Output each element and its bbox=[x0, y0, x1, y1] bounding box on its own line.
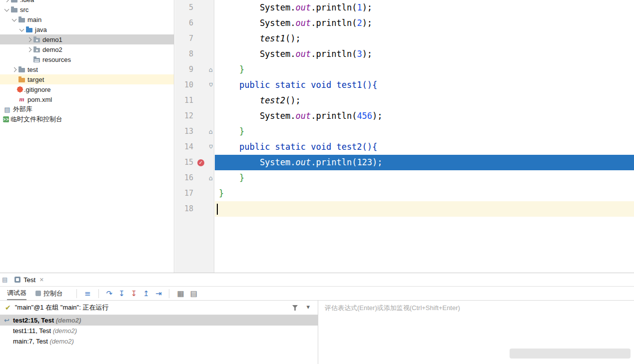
line-number[interactable]: 5 bbox=[175, 0, 195, 15]
line-number[interactable]: 12 bbox=[175, 108, 195, 124]
line-number[interactable]: 18 bbox=[175, 201, 195, 217]
frame-row-0[interactable]: ↩test2:15, Test (demo2) bbox=[0, 315, 318, 326]
tree-item-gitignore[interactable]: .gitignore bbox=[0, 84, 174, 94]
fold-marker-slot[interactable] bbox=[207, 108, 215, 124]
breakpoint-slot[interactable] bbox=[195, 77, 207, 93]
line-number[interactable]: 17 bbox=[175, 186, 195, 201]
chevron-down-icon[interactable] bbox=[18, 28, 25, 31]
line-number[interactable]: 15 bbox=[175, 155, 195, 170]
code-text[interactable]: } bbox=[215, 170, 634, 186]
fold-marker-slot[interactable] bbox=[207, 15, 215, 31]
tree-item-target[interactable]: target bbox=[0, 74, 174, 84]
tree-item-src[interactable]: src bbox=[0, 4, 174, 14]
run-to-cursor-icon[interactable]: ⇥ bbox=[155, 289, 162, 298]
breakpoint-slot[interactable] bbox=[195, 108, 207, 124]
fold-marker-icon[interactable]: ⌂ bbox=[209, 77, 213, 93]
fold-marker-icon[interactable]: ⌂ bbox=[209, 174, 213, 182]
line-number[interactable]: 8 bbox=[175, 46, 195, 62]
code-text[interactable]: } bbox=[215, 62, 634, 77]
breakpoint-slot[interactable] bbox=[195, 124, 207, 139]
fold-marker-slot[interactable] bbox=[207, 46, 215, 62]
tree-item-demo2[interactable]: demo2 bbox=[0, 44, 174, 54]
chevron-right-icon[interactable] bbox=[10, 68, 17, 71]
breakpoint-icon[interactable]: ✓ bbox=[197, 159, 204, 166]
code-text[interactable]: test2(); bbox=[215, 93, 634, 108]
step-out-icon[interactable]: ↥ bbox=[143, 289, 149, 298]
tree-item-pom-xml[interactable]: pom.xml bbox=[0, 94, 174, 104]
line-number[interactable]: 10 bbox=[175, 77, 195, 93]
breakpoint-slot[interactable] bbox=[195, 46, 207, 62]
line-number[interactable]: 16 bbox=[175, 170, 195, 186]
mute-breakpoints-icon[interactable]: ▤ bbox=[190, 289, 197, 298]
view-breakpoints-icon[interactable]: ▦ bbox=[177, 289, 184, 298]
breakpoint-slot[interactable] bbox=[195, 170, 207, 186]
frame-row-1[interactable]: test1:11, Test (demo2) bbox=[0, 326, 318, 336]
breakpoint-slot[interactable] bbox=[195, 62, 207, 77]
breakpoint-slot[interactable]: ✓ bbox=[195, 155, 207, 170]
code-editor[interactable]: 5 System.out.println(1);6 System.out.pri… bbox=[175, 0, 634, 273]
line-number[interactable]: 11 bbox=[175, 93, 195, 108]
fold-marker-slot[interactable] bbox=[207, 0, 215, 15]
chevron-down-icon[interactable] bbox=[10, 18, 17, 21]
breakpoint-slot[interactable] bbox=[195, 186, 207, 201]
tree-item-java[interactable]: java bbox=[0, 24, 174, 34]
code-text[interactable]: test1(); bbox=[215, 31, 634, 46]
breakpoint-slot[interactable] bbox=[195, 15, 207, 31]
code-text[interactable]: System.out.println(3); bbox=[215, 46, 634, 62]
line-number[interactable]: 9 bbox=[175, 62, 195, 77]
code-text[interactable]: public static void test1(){ bbox=[215, 77, 634, 93]
code-text[interactable]: public static void test2(){ bbox=[215, 139, 634, 155]
fold-marker-slot[interactable] bbox=[207, 31, 215, 46]
step-over-icon[interactable]: ↷ bbox=[106, 289, 113, 298]
breakpoint-slot[interactable] bbox=[195, 139, 207, 155]
code-text[interactable]: System.out.println(2); bbox=[215, 15, 634, 31]
tree-item-resources[interactable]: resources bbox=[0, 54, 174, 64]
breakpoint-slot[interactable] bbox=[195, 0, 207, 15]
fold-marker-slot[interactable] bbox=[207, 186, 215, 201]
fold-marker-slot[interactable] bbox=[207, 155, 215, 170]
tree-item-idea[interactable]: .idea bbox=[0, 0, 174, 4]
tab-debugger[interactable]: 调试器 bbox=[7, 287, 26, 300]
breakpoint-slot[interactable] bbox=[195, 93, 207, 108]
code-text[interactable]: } bbox=[215, 186, 634, 201]
tool-window-stripe-icon[interactable]: ▤ bbox=[2, 276, 7, 283]
code-text[interactable]: System.out.println(456); bbox=[215, 108, 634, 124]
fold-marker-slot[interactable] bbox=[207, 201, 215, 217]
fold-marker-icon[interactable]: ⌂ bbox=[209, 128, 213, 135]
step-into-icon[interactable]: ↧ bbox=[118, 289, 125, 298]
close-icon[interactable]: × bbox=[39, 276, 43, 284]
fold-marker-slot[interactable]: ⌂ bbox=[207, 77, 215, 93]
chevron-right-icon[interactable] bbox=[25, 38, 32, 41]
code-text[interactable]: System.out.println(123); bbox=[215, 155, 634, 170]
tab-console[interactable]: 控制台 bbox=[35, 287, 63, 300]
fold-marker-slot[interactable] bbox=[207, 93, 215, 108]
breakpoint-slot[interactable] bbox=[195, 201, 207, 217]
fold-marker-slot[interactable]: ⌂ bbox=[207, 62, 215, 77]
line-number[interactable]: 14 bbox=[175, 139, 195, 155]
line-number[interactable]: 7 bbox=[175, 31, 195, 46]
filter-icon[interactable] bbox=[292, 305, 298, 311]
fold-marker-icon[interactable]: ⌂ bbox=[209, 66, 213, 73]
horizontal-scrollbar-thumb[interactable] bbox=[510, 349, 631, 359]
tree-item-main[interactable]: main bbox=[0, 14, 174, 24]
code-text[interactable]: } bbox=[215, 124, 634, 139]
debug-session-tab[interactable]: Test × bbox=[10, 273, 47, 286]
evaluate-expression-input[interactable]: 评估表达式(Enter)或添加监视(Ctrl+Shift+Enter) bbox=[318, 301, 634, 315]
tree-item-demo1[interactable]: demo1 bbox=[0, 34, 174, 44]
fold-marker-slot[interactable]: ⌂ bbox=[207, 139, 215, 155]
fold-marker-icon[interactable]: ⌂ bbox=[209, 139, 213, 155]
layout-settings-icon[interactable]: ≡ bbox=[84, 289, 91, 298]
frame-row-2[interactable]: main:7, Test (demo2) bbox=[0, 336, 318, 347]
fold-marker-slot[interactable]: ⌂ bbox=[207, 124, 215, 139]
line-number[interactable]: 6 bbox=[175, 15, 195, 31]
code-text[interactable] bbox=[215, 201, 634, 217]
chevron-down-icon[interactable]: ▾ bbox=[306, 303, 310, 311]
chevron-right-icon[interactable] bbox=[3, 0, 10, 1]
tree-item-scratches[interactable]: 临时文件和控制台 bbox=[0, 114, 174, 124]
breakpoint-slot[interactable] bbox=[195, 31, 207, 46]
line-number[interactable]: 13 bbox=[175, 124, 195, 139]
code-text[interactable]: System.out.println(1); bbox=[215, 0, 634, 15]
chevron-right-icon[interactable] bbox=[25, 48, 32, 51]
tree-item-test[interactable]: test bbox=[0, 64, 174, 74]
force-step-into-icon[interactable]: ↧ bbox=[131, 289, 137, 298]
